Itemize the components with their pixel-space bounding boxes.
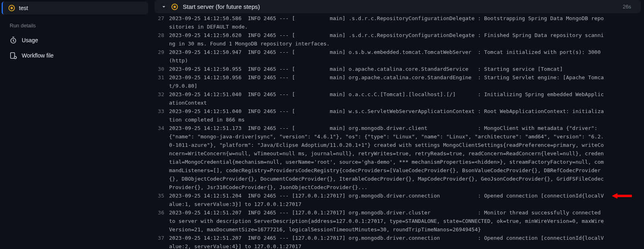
- main-panel: Start server (for future steps) 26s 2720…: [151, 0, 644, 249]
- job-name: test: [19, 5, 28, 11]
- svg-point-6: [173, 6, 176, 8]
- nav-workflow-file-label: Workflow file: [22, 52, 54, 59]
- log-line-number: 35: [151, 191, 169, 200]
- workflow-file-icon: [10, 52, 17, 59]
- log-line-text: 2023-09-25 14:12:51.040 INFO 2465 --- [ …: [169, 107, 638, 124]
- log-line-text: 2023-09-25 14:12:51.207 INFO 2465 --- [1…: [169, 234, 638, 249]
- sidebar: test Run details Usage Workflow file: [0, 0, 151, 249]
- log-line-number: 32: [151, 90, 169, 99]
- log-line-text: 2023-09-25 14:12:50.586 INFO 2465 --- [ …: [169, 14, 638, 31]
- stopwatch-icon: [10, 37, 17, 44]
- nav-workflow-file[interactable]: Workflow file: [0, 48, 151, 63]
- svg-point-1: [10, 7, 13, 9]
- nav-usage[interactable]: Usage: [0, 33, 151, 48]
- annotation-arrow-icon: [612, 192, 632, 200]
- log-output[interactable]: 272023-09-25 14:12:50.586 INFO 2465 --- …: [151, 14, 644, 249]
- log-line-text: 2023-09-25 14:12:51.204 INFO 2465 --- [1…: [169, 191, 638, 208]
- log-line-number: 31: [151, 73, 169, 82]
- log-line-number: 27: [151, 14, 169, 23]
- log-line-text: 2023-09-25 14:12:51.173 INFO 2465 --- [ …: [169, 124, 638, 191]
- log-line-text: 2023-09-25 14:12:51.207 INFO 2465 --- [1…: [169, 208, 638, 234]
- log-line-text: 2023-09-25 14:12:50.947 INFO 2465 --- [ …: [169, 48, 638, 65]
- log-line[interactable]: 342023-09-25 14:12:51.173 INFO 2465 --- …: [151, 124, 638, 191]
- log-line-number: 33: [151, 107, 169, 115]
- log-line-text: 2023-09-25 14:12:51.040 INFO 2465 --- [ …: [169, 90, 638, 107]
- log-line[interactable]: 372023-09-25 14:12:51.207 INFO 2465 --- …: [151, 234, 638, 249]
- log-line[interactable]: 272023-09-25 14:12:50.586 INFO 2465 --- …: [151, 14, 638, 31]
- log-line[interactable]: 302023-09-25 14:12:50.955 INFO 2465 --- …: [151, 65, 638, 73]
- log-line-number: 34: [151, 124, 169, 132]
- log-line[interactable]: 312023-09-25 14:12:50.956 INFO 2465 --- …: [151, 73, 638, 90]
- svg-point-4: [14, 56, 17, 59]
- log-line[interactable]: 322023-09-25 14:12:51.040 INFO 2465 --- …: [151, 90, 638, 107]
- log-line[interactable]: 352023-09-25 14:12:51.204 INFO 2465 --- …: [151, 191, 638, 208]
- chevron-down-icon: [161, 4, 167, 10]
- log-line-number: 29: [151, 48, 169, 56]
- log-line[interactable]: 362023-09-25 14:12:51.207 INFO 2465 --- …: [151, 208, 638, 234]
- log-line-number: 37: [151, 234, 169, 242]
- log-line[interactable]: 332023-09-25 14:12:51.040 INFO 2465 --- …: [151, 107, 638, 124]
- log-line[interactable]: 282023-09-25 14:12:50.620 INFO 2465 --- …: [151, 31, 638, 48]
- log-line-text: 2023-09-25 14:12:50.620 INFO 2465 --- [ …: [169, 31, 638, 48]
- log-line-text: 2023-09-25 14:12:50.955 INFO 2465 --- [ …: [169, 65, 638, 73]
- job-item-test[interactable]: test: [2, 2, 148, 14]
- step-title: Start server (for future steps): [183, 3, 618, 10]
- nav-usage-label: Usage: [22, 37, 38, 43]
- step-duration: 26s: [623, 4, 634, 10]
- log-line-number: 28: [151, 31, 169, 39]
- status-in-progress-icon: [171, 4, 178, 10]
- log-line-number: 36: [151, 208, 169, 217]
- log-line-number: 30: [151, 65, 169, 73]
- status-in-progress-icon: [8, 5, 15, 11]
- svg-marker-7: [612, 193, 632, 199]
- run-details-heading: Run details: [0, 14, 151, 33]
- log-line[interactable]: 292023-09-25 14:12:50.947 INFO 2465 --- …: [151, 48, 638, 65]
- step-header[interactable]: Start server (for future steps) 26s: [155, 0, 641, 13]
- log-line-text: 2023-09-25 14:12:50.956 INFO 2465 --- [ …: [169, 73, 638, 90]
